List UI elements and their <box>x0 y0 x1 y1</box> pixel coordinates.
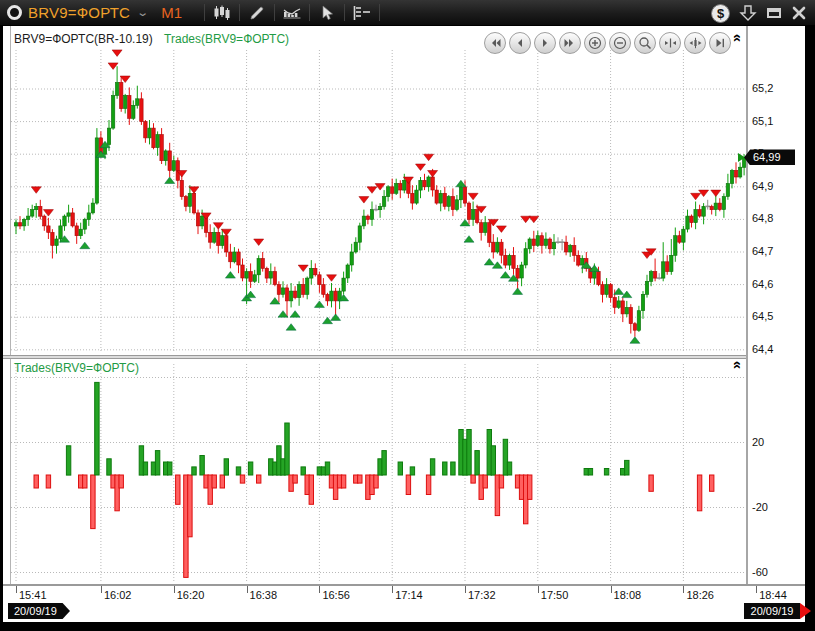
date-forward-arrow-icon[interactable] <box>800 603 811 619</box>
volume-tick-label: -20 <box>752 501 768 513</box>
timeframe-label[interactable]: M1 <box>161 4 182 21</box>
time-tick-label: 16:56 <box>322 589 350 601</box>
toolbar-separator <box>204 4 205 21</box>
price-tick-label: 65,2 <box>752 82 773 94</box>
indicator-button[interactable] <box>277 2 307 24</box>
title-bar: BRV9=ФОРТС ⌄ M1 <box>0 0 815 26</box>
price-tick-label: 64,9 <box>752 180 773 192</box>
time-tick-label: 15:41 <box>19 589 47 601</box>
trades-volume-chart[interactable] <box>11 359 746 584</box>
time-tick-label: 16:38 <box>250 589 278 601</box>
indicator-icon <box>283 5 301 21</box>
toolbar-separator <box>239 4 240 21</box>
pencil-icon <box>249 5 265 21</box>
time-tick-mark <box>392 586 393 593</box>
price-tick-label: 65,1 <box>752 115 773 127</box>
cursor-icon <box>320 5 335 21</box>
cursor-mode-button[interactable] <box>312 2 342 24</box>
chart-window: BRV9=ФОРТС ⌄ M1 <box>0 0 815 631</box>
time-tick-label: 18:26 <box>686 589 714 601</box>
time-tick-label: 16:02 <box>104 589 132 601</box>
time-tick-label: 18:44 <box>759 589 787 601</box>
chevron-down-icon[interactable]: ⌄ <box>136 6 149 19</box>
draw-button[interactable] <box>242 2 272 24</box>
price-tick-label: 64,4 <box>752 343 773 355</box>
time-tick-mark <box>611 586 612 593</box>
time-tick-mark <box>683 586 684 593</box>
time-tick-label: 16:20 <box>177 589 205 601</box>
time-tick-mark <box>101 586 102 593</box>
time-tick-mark <box>319 586 320 593</box>
price-tick-label: 64,6 <box>752 278 773 290</box>
time-tick-mark <box>16 586 17 593</box>
time-tick-mark <box>756 586 757 593</box>
date-badge-left: 20/09/19 <box>8 603 70 619</box>
price-tick-label: 64,8 <box>752 212 773 224</box>
date-badge-right: 20/09/19 <box>744 603 800 619</box>
levels-icon <box>352 5 372 21</box>
toolbar-separator <box>309 4 310 21</box>
candlestick-icon <box>214 5 231 21</box>
time-axis[interactable]: 15:4116:0216:2016:3816:5617:1417:3217:50… <box>3 586 805 622</box>
price-tick-label: 64,7 <box>752 245 773 257</box>
time-tick-mark <box>465 586 466 593</box>
time-tick-mark <box>538 586 539 593</box>
toolbar-separator <box>379 4 380 21</box>
price-chart[interactable] <box>11 26 746 355</box>
volume-tick-label: -60 <box>752 566 768 578</box>
chart-style-button[interactable] <box>207 2 237 24</box>
toolbar-separator <box>274 4 275 21</box>
volume-tick-label: 20 <box>752 436 764 448</box>
time-tick-label: 17:14 <box>395 589 423 601</box>
dock-down-icon[interactable] <box>739 4 757 22</box>
time-tick-mark <box>174 586 175 593</box>
close-icon[interactable] <box>791 6 807 20</box>
restore-icon[interactable] <box>766 6 782 20</box>
price-axis-divider <box>746 26 748 584</box>
time-tick-mark <box>247 586 248 593</box>
currency-icon[interactable]: $ <box>711 4 730 23</box>
levels-button[interactable] <box>347 2 377 24</box>
price-tick-label: 64,5 <box>752 310 773 322</box>
time-tick-label: 18:08 <box>614 589 642 601</box>
time-tick-label: 17:50 <box>541 589 569 601</box>
chart-client-area: BRV9=ФОРТС(BR-10.19) Trades(BRV9=ФОРТС) <box>3 26 805 622</box>
instrument-status-icon <box>7 5 22 20</box>
time-tick-label: 17:32 <box>468 589 496 601</box>
toolbar-separator <box>344 4 345 21</box>
last-price-tag: 64,99 <box>744 149 795 165</box>
symbol-selector[interactable]: BRV9=ФОРТС <box>28 4 130 21</box>
